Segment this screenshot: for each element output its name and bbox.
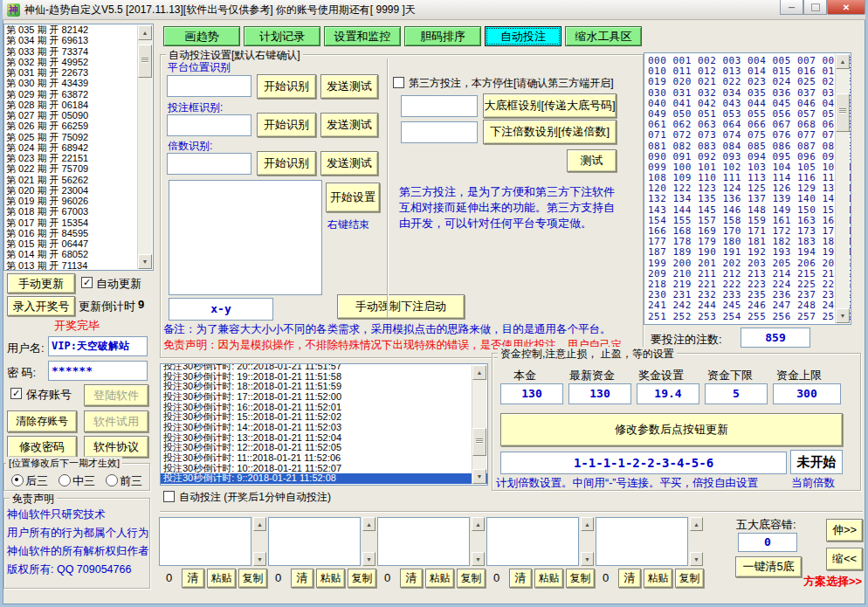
- list-item[interactable]: 第 031 期 开 22673: [4, 67, 153, 78]
- clear-button[interactable]: 清: [509, 569, 532, 588]
- start-recognize-button-3[interactable]: 开始识别: [257, 151, 316, 176]
- list-item[interactable]: 第 024 期 开 68942: [4, 142, 153, 153]
- bet-multiple-button[interactable]: 下注倍数设别[传递倍数]: [483, 120, 617, 144]
- third-party-base-input[interactable]: [401, 95, 478, 117]
- enter-draw-number-button[interactable]: 录入开奖号: [7, 296, 75, 316]
- change-password-button[interactable]: 修改密码: [7, 436, 77, 458]
- scroll-down-icon[interactable]: ▼: [581, 552, 594, 566]
- base-box-5[interactable]: [596, 517, 688, 566]
- close-button[interactable]: ✕: [827, 0, 865, 15]
- tab-settings-monitor[interactable]: 设置和监控: [324, 26, 401, 46]
- list-item[interactable]: 第 032 期 开 49952: [4, 57, 153, 67]
- xy-coordinate-box[interactable]: x-y: [169, 298, 273, 321]
- scroll-down-icon[interactable]: ▼: [362, 552, 375, 566]
- list-item[interactable]: 第 022 期 开 75709: [4, 163, 153, 174]
- list-item[interactable]: 第 018 期 开 67003: [4, 206, 153, 217]
- scroll-up-icon[interactable]: ▲: [472, 517, 485, 531]
- clear-button[interactable]: 清: [182, 569, 204, 588]
- clear-five-bases-button[interactable]: 一键清5底: [735, 556, 802, 577]
- list-item[interactable]: 投注30秒倒计时: 17::2018-01-21 11:52:00: [161, 392, 487, 403]
- scroll-up-icon[interactable]: ▲: [362, 517, 375, 531]
- send-test-button-1[interactable]: 发送测试: [320, 74, 378, 99]
- scroll-down-icon[interactable]: ▼: [138, 254, 152, 269]
- countdown-log-listbox[interactable]: 投注30秒倒计时: 20::2018-01-21 11:51:57投注30秒倒计…: [160, 363, 488, 486]
- scroll-up-icon[interactable]: ▲: [253, 517, 266, 531]
- third-party-multiple-input[interactable]: [401, 121, 478, 143]
- base-box-3[interactable]: [377, 517, 470, 566]
- username-input[interactable]: [48, 336, 148, 356]
- radio-middle-three[interactable]: [59, 474, 71, 486]
- auto-update-checkbox[interactable]: ✓: [81, 277, 93, 288]
- scroll-up-icon[interactable]: ▲: [138, 25, 152, 40]
- principal-input[interactable]: 130: [500, 383, 563, 404]
- platform-position-input[interactable]: [167, 75, 251, 97]
- copy-button[interactable]: 复制: [566, 569, 595, 588]
- shrink-button[interactable]: 缩<<: [826, 548, 863, 570]
- funds-cap-input[interactable]: 300: [773, 383, 841, 404]
- numbers-scrollbar[interactable]: ▲ ▼: [835, 54, 850, 323]
- base-box-2[interactable]: [268, 517, 361, 566]
- agreement-button[interactable]: 软件协议: [84, 436, 148, 458]
- copy-button[interactable]: 复制: [457, 569, 486, 588]
- list-item[interactable]: 第 026 期 开 66259: [4, 121, 153, 131]
- log-scrollbar[interactable]: ▲ ▼: [472, 365, 486, 484]
- scroll-up-icon[interactable]: ▲: [472, 365, 486, 380]
- base-box-scrollbar[interactable]: ▲▼: [581, 517, 594, 566]
- update-params-button[interactable]: 修改参数后点按钮更新: [500, 413, 843, 446]
- base-frame-button[interactable]: 大底框设别[传递大底号码]: [483, 93, 617, 118]
- list-item[interactable]: 第 017 期 开 15354: [4, 217, 153, 228]
- list-item[interactable]: 第 016 期 开 84595: [4, 228, 153, 238]
- tab-shrink-tools[interactable]: 缩水工具区: [565, 26, 642, 46]
- list-item[interactable]: 投注30秒倒计时: 9::2018-01-21 11:52:08: [161, 473, 487, 484]
- list-item[interactable]: 第 035 期 开 82142: [4, 24, 153, 35]
- list-item[interactable]: 第 023 期 开 22151: [4, 153, 153, 163]
- scroll-thumb[interactable]: [836, 93, 850, 132]
- scroll-down-icon[interactable]: ▼: [253, 552, 266, 566]
- start-recognize-button-2[interactable]: 开始识别: [257, 113, 316, 137]
- trial-button[interactable]: 软件试用: [84, 410, 148, 432]
- clear-account-button[interactable]: 清除存账号: [7, 410, 77, 432]
- radio-front-three[interactable]: [106, 474, 118, 486]
- paste-button[interactable]: 粘贴: [425, 569, 454, 588]
- base-box-scrollbar[interactable]: ▲▼: [472, 517, 485, 566]
- base-box-1[interactable]: [159, 517, 251, 566]
- radio-last-three[interactable]: [11, 474, 24, 486]
- save-account-checkbox[interactable]: ✓: [10, 388, 22, 399]
- plan-multiple-input[interactable]: 1-1-1-1-2-2-3-4-5-6: [500, 452, 787, 474]
- login-button[interactable]: 登陆软件: [84, 384, 148, 406]
- list-item[interactable]: 第 014 期 开 68052: [4, 249, 153, 259]
- prize-setting-input[interactable]: 19.4: [637, 383, 699, 404]
- bet-box-input[interactable]: [167, 114, 251, 136]
- list-item[interactable]: 第 030 期 开 43439: [4, 78, 153, 88]
- tab-code-sort[interactable]: 胆码排序: [404, 26, 481, 46]
- scroll-up-icon[interactable]: ▲: [581, 517, 594, 531]
- clear-button[interactable]: 清: [400, 569, 423, 588]
- start-recognize-button-1[interactable]: 开始识别: [257, 74, 316, 99]
- third-party-checkbox[interactable]: [393, 77, 404, 88]
- copy-button[interactable]: 复制: [238, 569, 267, 588]
- list-item[interactable]: 第 020 期 开 23004: [4, 185, 153, 196]
- list-item[interactable]: 第 027 期 开 05090: [4, 110, 153, 121]
- manual-force-bet-button[interactable]: 手动强制下注启动: [337, 294, 465, 319]
- base-box-scrollbar[interactable]: ▲▼: [253, 517, 266, 566]
- list-item[interactable]: 第 025 期 开 75092: [4, 132, 153, 142]
- list-item[interactable]: 投注30秒倒计时: 14::2018-01-21 11:52:03: [161, 423, 487, 433]
- auto-bet-after-draw-checkbox[interactable]: [163, 491, 175, 502]
- scroll-down-icon[interactable]: ▼: [472, 469, 486, 484]
- scroll-down-icon[interactable]: ▼: [690, 552, 703, 566]
- base-box-scrollbar[interactable]: ▲▼: [362, 517, 375, 566]
- scroll-thumb[interactable]: [472, 428, 486, 456]
- list-item[interactable]: 第 019 期 开 96026: [4, 196, 153, 206]
- base-box-4[interactable]: [486, 517, 579, 566]
- bet-count-input[interactable]: 859: [741, 328, 810, 348]
- manual-update-button[interactable]: 手动更新: [7, 273, 75, 293]
- fault-tolerance-input[interactable]: 0: [738, 533, 797, 552]
- plan-select-link[interactable]: 方案选择>>: [803, 574, 862, 590]
- list-item[interactable]: 第 013 期 开 71134: [4, 260, 153, 271]
- minimize-button[interactable]: ─: [780, 0, 803, 15]
- scroll-down-icon[interactable]: ▼: [472, 552, 485, 566]
- list-item[interactable]: 第 034 期 开 69613: [4, 35, 153, 45]
- expand-button[interactable]: 伸>>: [826, 519, 863, 541]
- copy-button[interactable]: 复制: [675, 569, 704, 588]
- password-input[interactable]: [48, 361, 148, 381]
